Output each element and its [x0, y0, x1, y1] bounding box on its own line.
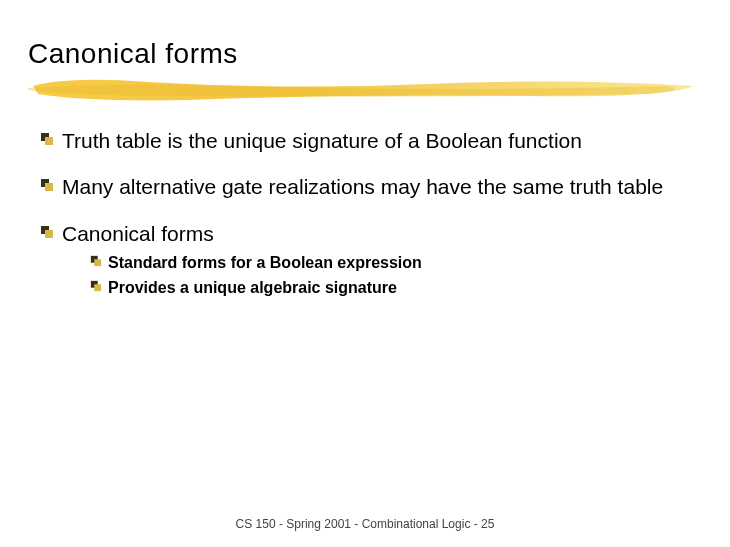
bullet-item: Canonical forms — [40, 221, 700, 247]
bullet-text: Canonical forms — [62, 221, 700, 247]
slide-content: Truth table is the unique signature of a… — [40, 128, 700, 302]
decorative-box-icon — [40, 225, 54, 239]
decorative-box-icon — [40, 132, 54, 146]
svg-rect-3 — [45, 183, 53, 191]
decorative-box-icon — [90, 255, 102, 267]
slide-footer: CS 150 - Spring 2001 - Combinational Log… — [0, 517, 730, 531]
svg-rect-5 — [45, 230, 53, 238]
sub-bullet-text: Standard forms for a Boolean expression — [108, 253, 422, 274]
sub-bullet-item: Provides a unique algebraic signature — [90, 278, 700, 299]
decorative-box-icon — [90, 280, 102, 292]
sub-bullet-text: Provides a unique algebraic signature — [108, 278, 397, 299]
sub-bullet-list: Standard forms for a Boolean expression … — [90, 253, 700, 299]
bullet-text: Many alternative gate realizations may h… — [62, 174, 700, 200]
svg-rect-1 — [45, 137, 53, 145]
bullet-item: Many alternative gate realizations may h… — [40, 174, 700, 200]
decorative-box-icon — [40, 178, 54, 192]
slide-title: Canonical forms — [28, 38, 238, 70]
svg-rect-9 — [94, 284, 101, 291]
bullet-text: Truth table is the unique signature of a… — [62, 128, 700, 154]
svg-rect-7 — [94, 259, 101, 266]
slide: Canonical forms Truth table is the uniqu… — [0, 0, 730, 547]
bullet-item: Truth table is the unique signature of a… — [40, 128, 700, 154]
title-underline — [28, 76, 698, 104]
sub-bullet-item: Standard forms for a Boolean expression — [90, 253, 700, 274]
